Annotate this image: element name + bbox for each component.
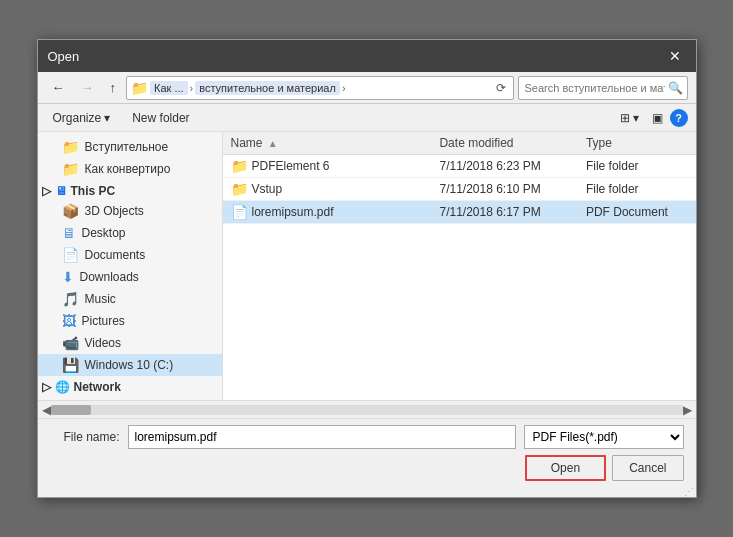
sidebar-item-desktop[interactable]: 🖥 Desktop: [38, 222, 222, 244]
expand-icon: ▷: [42, 184, 51, 198]
scroll-left-btn[interactable]: ◀: [42, 403, 51, 417]
title-bar-controls: ✕: [664, 45, 686, 67]
file-name: loremipsum.pdf: [252, 205, 334, 219]
sidebar-item-label: Вступительное: [85, 140, 169, 154]
sidebar-item-label: Music: [85, 292, 116, 306]
resize-grip[interactable]: ⋰: [38, 487, 696, 497]
secondary-toolbar: Organize ▾ New folder ⊞ ▾ ▣ ?: [38, 104, 696, 132]
network-icon: 🌐: [55, 380, 70, 394]
col-header-type[interactable]: Type: [578, 132, 696, 155]
file-type-dropdown[interactable]: PDF Files(*.pdf): [524, 425, 684, 449]
sidebar-item-label: Pictures: [82, 314, 125, 328]
sidebar-item-pictures[interactable]: 🖼 Pictures: [38, 310, 222, 332]
action-row: Open Cancel: [50, 455, 684, 481]
file-type: PDF Document: [578, 201, 696, 224]
sidebar-item-label: Как конвертиро: [85, 162, 171, 176]
close-button[interactable]: ✕: [664, 45, 686, 67]
file-type: File folder: [578, 178, 696, 201]
search-input[interactable]: [518, 76, 688, 100]
folder-icon: 📁: [62, 161, 79, 177]
help-button[interactable]: ?: [670, 109, 688, 127]
sidebar-item-this-pc[interactable]: ▷ 🖥 This PC: [38, 180, 222, 200]
up-button[interactable]: ↑: [104, 77, 123, 98]
sidebar-item-label: Desktop: [82, 226, 126, 240]
folder-icon: 🖼: [62, 313, 76, 329]
title-bar: Open ✕: [38, 40, 696, 72]
pc-icon: 🖥: [55, 184, 67, 198]
expand-icon: ▷: [42, 380, 51, 394]
folder-icon: 📦: [62, 203, 79, 219]
sidebar-item-windows-c[interactable]: 💾 Windows 10 (C:): [38, 354, 222, 376]
organize-label: Organize: [53, 111, 102, 125]
folder-icon: 🎵: [62, 291, 79, 307]
view-toggle-button[interactable]: ⊞ ▾: [615, 108, 644, 128]
file-name: PDFElement 6: [252, 159, 330, 173]
file-type: File folder: [578, 155, 696, 178]
folder-icon: 📄: [62, 247, 79, 263]
bottom-bar: File name: PDF Files(*.pdf) Open Cancel: [38, 418, 696, 487]
file-name-row: File name: PDF Files(*.pdf): [50, 425, 684, 449]
scroll-area: ◀ ▶: [38, 400, 696, 418]
new-folder-button[interactable]: New folder: [125, 108, 196, 128]
file-pane: Name ▲ Date modified Type: [223, 132, 696, 400]
sidebar-item-3d-objects[interactable]: 📦 3D Objects: [38, 200, 222, 222]
sidebar-item-vstupitelnoe[interactable]: 📁 Вступительное: [38, 136, 222, 158]
search-wrapper: 🔍: [518, 76, 688, 100]
folder-icon: 📹: [62, 335, 79, 351]
navigation-toolbar: ← → ↑ 📁 Как ... › вступительное и матери…: [38, 72, 696, 104]
col-header-name[interactable]: Name ▲: [223, 132, 432, 155]
refresh-button[interactable]: ⟳: [493, 80, 509, 96]
sidebar-item-label: 3D Objects: [85, 204, 144, 218]
forward-button[interactable]: →: [75, 77, 100, 98]
file-date: 7/11/2018 6:17 PM: [431, 201, 577, 224]
drive-icon: 💾: [62, 357, 79, 373]
sidebar-item-label: Windows 10 (C:): [85, 358, 174, 372]
file-table: Name ▲ Date modified Type: [223, 132, 696, 224]
sidebar-item-label: Videos: [85, 336, 121, 350]
folder-icon: 📁: [62, 139, 79, 155]
sidebar-item-documents[interactable]: 📄 Documents: [38, 244, 222, 266]
sidebar-item-kak-konv[interactable]: 📁 Как конвертиро: [38, 158, 222, 180]
scrollbar-thumb: [51, 405, 91, 415]
folder-icon: 🖥: [62, 225, 76, 241]
sidebar-item-label: Network: [74, 380, 121, 394]
open-button[interactable]: Open: [525, 455, 606, 481]
pane-toggle-button[interactable]: ▣: [647, 108, 668, 128]
sidebar-item-label: Documents: [85, 248, 146, 262]
file-date: 7/11/2018 6:10 PM: [431, 178, 577, 201]
sidebar-item-label: This PC: [71, 184, 116, 198]
main-content: 📁 Вступительное 📁 Как конвертиро ▷ 🖥 Thi…: [38, 132, 696, 400]
breadcrumb-segment-1: Как ...: [150, 81, 188, 95]
sidebar-item-videos[interactable]: 📹 Videos: [38, 332, 222, 354]
scroll-right-btn[interactable]: ▶: [683, 403, 692, 417]
table-row[interactable]: 📁 PDFElement 6 7/11/2018 6:23 PM File fo…: [223, 155, 696, 178]
open-dialog: Open ✕ ← → ↑ 📁 Как ... › вступительное и…: [37, 39, 697, 498]
breadcrumb-segment-2: вступительное и материал: [195, 81, 340, 95]
sidebar: 📁 Вступительное 📁 Как конвертиро ▷ 🖥 Thi…: [38, 132, 223, 400]
organize-dropdown-icon: ▾: [104, 111, 110, 125]
file-icon: 📄: [231, 204, 248, 220]
organize-button[interactable]: Organize ▾: [46, 108, 118, 128]
breadcrumb: 📁 Как ... › вступительное и материал ›: [131, 80, 489, 96]
address-bar[interactable]: 📁 Как ... › вступительное и материал › ⟳: [126, 76, 514, 100]
table-row[interactable]: 📄 loremipsum.pdf 7/11/2018 6:17 PM PDF D…: [223, 201, 696, 224]
sidebar-item-music[interactable]: 🎵 Music: [38, 288, 222, 310]
sidebar-item-label: Downloads: [80, 270, 139, 284]
file-name-input[interactable]: [128, 425, 516, 449]
back-button[interactable]: ←: [46, 77, 71, 98]
file-date: 7/11/2018 6:23 PM: [431, 155, 577, 178]
dialog-title: Open: [48, 49, 80, 64]
file-name: Vstup: [252, 182, 283, 196]
new-folder-label: New folder: [132, 111, 189, 125]
horizontal-scrollbar[interactable]: [51, 405, 683, 415]
view-controls: ⊞ ▾ ▣ ?: [615, 108, 687, 128]
folder-icon: ⬇: [62, 269, 74, 285]
file-icon: 📁: [231, 181, 248, 197]
cancel-button[interactable]: Cancel: [612, 455, 683, 481]
sidebar-item-network[interactable]: ▷ 🌐 Network: [38, 376, 222, 396]
sidebar-item-downloads[interactable]: ⬇ Downloads: [38, 266, 222, 288]
file-icon: 📁: [231, 158, 248, 174]
file-name-label: File name:: [50, 430, 120, 444]
col-header-date[interactable]: Date modified: [431, 132, 577, 155]
table-row[interactable]: 📁 Vstup 7/11/2018 6:10 PM File folder: [223, 178, 696, 201]
